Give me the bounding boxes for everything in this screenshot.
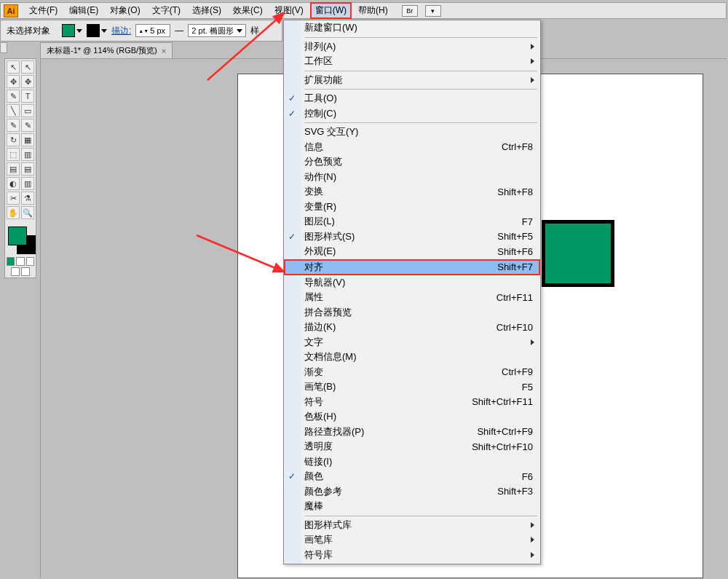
menubar-extras: Br ▾ <box>402 5 441 17</box>
bridge-button[interactable]: Br <box>402 5 418 17</box>
style-label: 样 <box>250 25 259 37</box>
menu-file[interactable]: 文件(F) <box>24 2 63 19</box>
tool-15[interactable]: ▤ <box>21 162 34 176</box>
menu-item-色板(H)[interactable]: 色板(H) <box>284 409 540 425</box>
menu-item-变量(R)[interactable]: 变量(R) <box>284 200 540 215</box>
menu-item-文档信息(M)[interactable]: 文档信息(M) <box>284 350 540 365</box>
menu-item-路径查找器(P)[interactable]: 路径查找器(P)Shift+Ctrl+F9 <box>284 425 540 440</box>
menu-item-导航器(V)[interactable]: 导航器(V) <box>284 275 540 291</box>
menu-item-label: 工具(O) <box>304 92 337 105</box>
menu-item-控制(C)[interactable]: ✓控制(C) <box>284 106 540 122</box>
menu-item-新建窗口(W)[interactable]: 新建窗口(W) <box>284 20 540 36</box>
tool-panel: ↖↖✥✥✎T╲▭✎✎↻▦⬚▥▤▤◐▥✂⚗✋🔍 <box>4 58 36 278</box>
screen-mode-full[interactable] <box>21 267 30 276</box>
fill-chip[interactable] <box>8 227 27 245</box>
color-mode-fill[interactable] <box>7 257 15 266</box>
chevron-down-icon[interactable] <box>101 29 107 33</box>
tool-16[interactable]: ◐ <box>7 177 20 190</box>
menu-item-label: 动作(N) <box>304 170 336 184</box>
menu-item-shortcut: Shift+F3 <box>497 486 533 497</box>
menu-item-shortcut: Shift+Ctrl+F11 <box>472 396 533 407</box>
tool-7[interactable]: ▭ <box>21 104 34 117</box>
menu-item-描边(K)[interactable]: 描边(K)Ctrl+F10 <box>284 320 540 335</box>
menu-window[interactable]: 窗口(W) <box>310 2 352 19</box>
menu-help[interactable]: 帮助(H) <box>353 2 393 19</box>
stroke-swatch[interactable] <box>87 24 100 37</box>
fill-stroke-chips[interactable] <box>7 227 34 256</box>
selection-status: 未选择对象 <box>7 25 50 37</box>
menu-item-画笔(B)[interactable]: 画笔(B)F5 <box>284 379 540 395</box>
tool-4[interactable]: ✎ <box>7 90 20 103</box>
menu-item-颜色[interactable]: ✓颜色F6 <box>284 469 540 484</box>
tool-14[interactable]: ▤ <box>7 162 20 176</box>
fill-swatch[interactable] <box>62 24 75 37</box>
tool-19[interactable]: ⚗ <box>21 192 34 205</box>
menu-item-拼合器预览[interactable]: 拼合器预览 <box>284 305 540 320</box>
menu-item-图形样式(S)[interactable]: ✓图形样式(S)Shift+F5 <box>284 229 540 245</box>
tool-1[interactable]: ↖ <box>21 60 34 74</box>
tool-13[interactable]: ▥ <box>21 148 34 161</box>
tool-9[interactable]: ✎ <box>21 119 34 132</box>
tool-18[interactable]: ✂ <box>7 192 20 205</box>
menu-item-图形样式库[interactable]: 图形样式库 <box>284 518 540 533</box>
menu-select[interactable]: 选择(S) <box>187 2 226 19</box>
menu-separator <box>304 89 537 90</box>
menu-item-外观(E)[interactable]: 外观(E)Shift+F6 <box>284 244 540 259</box>
tool-0[interactable]: ↖ <box>7 60 20 74</box>
menu-item-属性[interactable]: 属性Ctrl+F11 <box>284 290 540 305</box>
menu-item-图层(L)[interactable]: 图层(L)F7 <box>284 214 540 229</box>
menu-item-工具(O)[interactable]: ✓工具(O) <box>284 91 540 106</box>
menu-item-透明度[interactable]: 透明度Shift+Ctrl+F10 <box>284 439 540 454</box>
menu-item-魔棒[interactable]: 魔棒 <box>284 499 540 514</box>
tool-8[interactable]: ✎ <box>7 119 20 132</box>
menu-item-对齐[interactable]: 对齐Shift+F7 <box>284 259 540 275</box>
menu-item-动作(N)[interactable]: 动作(N) <box>284 170 540 185</box>
menu-type[interactable]: 文字(T) <box>147 2 186 19</box>
chevron-down-icon[interactable] <box>76 29 82 33</box>
screen-mode-normal[interactable] <box>11 267 20 276</box>
menu-item-扩展功能[interactable]: 扩展功能 <box>284 73 540 88</box>
tool-3[interactable]: ✥ <box>21 75 34 88</box>
menu-object[interactable]: 对象(O) <box>105 2 145 19</box>
color-mode-none[interactable] <box>26 257 34 266</box>
tool-5[interactable]: T <box>21 90 34 103</box>
menu-item-信息[interactable]: 信息Ctrl+F8 <box>284 140 540 155</box>
document-tab[interactable]: 未标题-1* @ 114% (RGB/预览) × <box>40 42 173 59</box>
tool-21[interactable]: 🔍 <box>21 206 34 219</box>
menu-item-SVG 交互(Y)[interactable]: SVG 交互(Y) <box>284 125 540 140</box>
menu-item-label: 透明度 <box>304 440 333 453</box>
tool-11[interactable]: ▦ <box>21 133 34 146</box>
stroke-width-input[interactable]: ▲▼ 5 px <box>135 24 170 37</box>
workspace-switcher[interactable]: ▾ <box>425 5 441 17</box>
menu-item-shortcut: Shift+F7 <box>497 261 533 272</box>
stroke-link[interactable]: 描边: <box>111 25 131 37</box>
close-icon[interactable]: × <box>162 47 166 55</box>
menu-item-工作区[interactable]: 工作区 <box>284 54 540 69</box>
menu-item-符号库[interactable]: 符号库 <box>284 548 540 563</box>
menu-separator <box>304 71 537 71</box>
menu-item-label: 描边(K) <box>304 320 336 334</box>
menu-item-分色预览[interactable]: 分色预览 <box>284 154 540 170</box>
shape-rectangle[interactable] <box>542 220 614 287</box>
brush-select[interactable]: 2 pt. 椭圆形 <box>188 24 245 37</box>
menu-effect[interactable]: 效果(C) <box>228 2 268 19</box>
menu-item-链接(I)[interactable]: 链接(I) <box>284 454 540 470</box>
menu-item-符号[interactable]: 符号Shift+Ctrl+F11 <box>284 395 540 410</box>
menu-item-变换[interactable]: 变换Shift+F8 <box>284 184 540 200</box>
tool-17[interactable]: ▥ <box>21 177 34 190</box>
color-mode-gradient[interactable] <box>16 257 24 266</box>
menu-edit[interactable]: 编辑(E) <box>64 2 103 19</box>
panel-strip[interactable] <box>0 42 7 53</box>
tool-20[interactable]: ✋ <box>7 206 20 219</box>
tool-10[interactable]: ↻ <box>7 133 20 146</box>
tool-12[interactable]: ⬚ <box>7 148 20 161</box>
tool-2[interactable]: ✥ <box>7 75 20 88</box>
menu-view[interactable]: 视图(V) <box>269 2 309 19</box>
menu-item-渐变[interactable]: 渐变Ctrl+F9 <box>284 365 540 380</box>
tool-6[interactable]: ╲ <box>7 104 20 117</box>
menu-item-画笔库[interactable]: 画笔库 <box>284 532 540 548</box>
menu-item-文字[interactable]: 文字 <box>284 335 540 350</box>
menu-item-shortcut: F5 <box>522 382 533 393</box>
menu-item-颜色参考[interactable]: 颜色参考Shift+F3 <box>284 484 540 500</box>
menu-item-排列(A)[interactable]: 排列(A) <box>284 39 540 55</box>
